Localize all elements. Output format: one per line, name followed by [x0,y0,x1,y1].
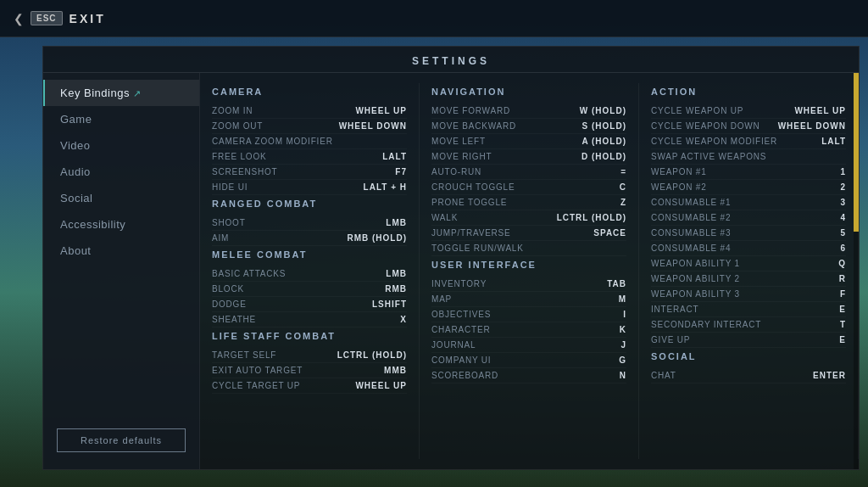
kb-row[interactable]: CHARACTERK [431,322,626,338]
kb-key-value[interactable]: WHEEL DOWN [778,121,846,131]
kb-key-value[interactable]: LCTRL (HOLD) [337,350,407,360]
kb-key-value[interactable]: 1 [795,167,846,176]
kb-key-value[interactable]: RMB [356,284,407,294]
kb-row[interactable]: BLOCKRMB [212,282,407,297]
kb-row[interactable]: HIDE UILALT + H [212,180,407,195]
kb-key-value[interactable]: S (HOLD) [576,121,626,131]
kb-row[interactable]: CHATENTER [651,368,846,383]
kb-key-value[interactable]: W (HOLD) [576,106,626,115]
kb-row[interactable]: SCREENSHOTF7 [212,165,407,180]
sidebar-item-social[interactable]: Social [43,185,199,211]
kb-key-value[interactable]: LSHIFT [356,299,407,309]
kb-row[interactable]: WALKLCTRL (HOLD) [431,210,626,226]
restore-defaults-button[interactable]: Restore defaults [57,428,186,452]
kb-row[interactable]: CROUCH TOGGLEC [431,180,626,195]
kb-row[interactable]: INVENTORYTAB [431,277,626,292]
kb-key-value[interactable]: LALT [795,137,846,146]
kb-key-value[interactable]: R [795,274,846,283]
kb-row[interactable]: WEAPON #22 [651,180,846,195]
kb-row[interactable]: PRONE TOGGLEZ [431,195,626,210]
keybindings-panel[interactable]: CameraZOOM INWHEEL UPZOOM OUTWHEEL DOWNC… [200,73,859,469]
kb-row[interactable]: AUTO-RUN= [431,165,626,180]
sidebar-item-about[interactable]: About [43,238,199,264]
kb-row[interactable]: MOVE BACKWARDS (HOLD) [431,119,626,134]
sidebar-item-game[interactable]: Game [43,106,199,132]
kb-key-value[interactable]: WHEEL UP [355,381,407,390]
kb-row[interactable]: CONSUMABLE #35 [651,226,846,241]
kb-key-value[interactable]: N [576,371,626,380]
kb-key-value[interactable]: WHEEL UP [355,106,407,115]
kb-key-value[interactable]: 5 [795,228,846,238]
kb-key-value[interactable]: Q [795,259,846,268]
kb-key-value[interactable]: WHEEL UP [794,106,846,115]
kb-key-value[interactable]: X [356,315,407,324]
kb-key-value[interactable]: G [576,355,626,365]
kb-row[interactable]: CYCLE WEAPON MODIFIERLALT [651,134,846,149]
sidebar-item-accessibility[interactable]: Accessibility [43,211,199,238]
kb-key-value[interactable]: LALT + H [356,182,407,192]
sidebar-item-video[interactable]: Video [43,132,199,159]
kb-row[interactable]: MOVE RIGHTD (HOLD) [431,149,626,165]
kb-key-value[interactable]: WHEEL DOWN [339,121,407,131]
sidebar-item-key-bindings[interactable]: Key Bindings ↗ [43,80,199,106]
kb-key-value[interactable]: C [576,182,626,192]
kb-key-value[interactable]: = [576,167,626,176]
kb-key-value[interactable]: LALT [356,152,407,161]
kb-row[interactable]: CAMERA ZOOM MODIFIER [212,134,407,149]
kb-row[interactable]: JOURNALJ [431,338,626,353]
kb-row[interactable]: MAPM [431,292,626,307]
kb-row[interactable]: TOGGLE RUN/WALK [431,241,626,256]
kb-row[interactable]: AIMRMB (HOLD) [212,231,407,246]
kb-key-value[interactable]: LMB [356,269,407,278]
kb-row[interactable]: ZOOM OUTWHEEL DOWN [212,119,407,134]
kb-row[interactable]: CONSUMABLE #24 [651,210,846,226]
kb-key-value[interactable]: RMB (HOLD) [347,233,407,243]
kb-row[interactable]: SCOREBOARDN [431,368,626,383]
kb-key-value[interactable]: E [795,335,846,344]
kb-key-value[interactable]: T [795,320,846,329]
exit-button[interactable]: ❮ ESC EXIT [14,11,106,25]
kb-row[interactable]: GIVE UPE [651,333,846,348]
kb-key-value[interactable]: LMB [356,218,407,227]
kb-row[interactable]: CYCLE WEAPON UPWHEEL UP [651,104,846,119]
kb-row[interactable]: WEAPON #11 [651,165,846,180]
kb-row[interactable]: WEAPON ABILITY 2R [651,271,846,287]
kb-key-value[interactable]: 6 [795,244,846,253]
kb-row[interactable]: ZOOM INWHEEL UP [212,104,407,119]
kb-row[interactable]: SHOOTLMB [212,216,407,231]
sidebar-item-audio[interactable]: Audio [43,159,199,185]
kb-key-value[interactable]: 2 [795,182,846,192]
kb-key-value[interactable]: 3 [795,198,846,207]
kb-row[interactable]: CONSUMABLE #46 [651,241,846,256]
kb-row[interactable]: BASIC ATTACKSLMB [212,266,407,282]
kb-key-value[interactable]: F7 [356,167,407,176]
kb-row[interactable]: CONSUMABLE #13 [651,195,846,210]
kb-row[interactable]: TARGET SELFLCTRL (HOLD) [212,348,407,363]
kb-key-value[interactable]: A (HOLD) [576,137,626,146]
kb-row[interactable]: EXIT AUTO TARGETMMB [212,363,407,378]
kb-row[interactable]: INTERACTE [651,302,846,317]
kb-row[interactable]: SHEATHEX [212,312,407,327]
kb-row[interactable]: FREE LOOKLALT [212,149,407,165]
kb-key-value[interactable]: ENTER [795,371,846,380]
kb-row[interactable]: JUMP/TRAVERSESPACE [431,226,626,241]
kb-row[interactable]: SWAP ACTIVE WEAPONS [651,149,846,165]
scrollbar[interactable] [854,73,859,469]
kb-row[interactable]: OBJECTIVESI [431,307,626,322]
kb-row[interactable]: WEAPON ABILITY 1Q [651,256,846,271]
kb-key-value[interactable]: F [795,289,846,299]
kb-key-value[interactable]: Z [576,198,626,207]
kb-row[interactable]: WEAPON ABILITY 3F [651,287,846,302]
kb-key-value[interactable]: TAB [576,279,626,288]
kb-key-value[interactable]: D (HOLD) [576,152,626,161]
kb-key-value[interactable]: E [795,305,846,314]
kb-key-value[interactable]: K [576,325,626,334]
kb-row[interactable]: MOVE LEFTA (HOLD) [431,134,626,149]
kb-key-value[interactable]: LCTRL (HOLD) [557,213,626,222]
kb-key-value[interactable]: M [576,294,626,304]
kb-key-value[interactable]: 4 [795,213,846,222]
scroll-thumb[interactable] [854,73,859,232]
kb-row[interactable]: DODGELSHIFT [212,297,407,312]
kb-row[interactable]: CYCLE WEAPON DOWNWHEEL DOWN [651,119,846,134]
kb-key-value[interactable]: MMB [356,366,407,375]
